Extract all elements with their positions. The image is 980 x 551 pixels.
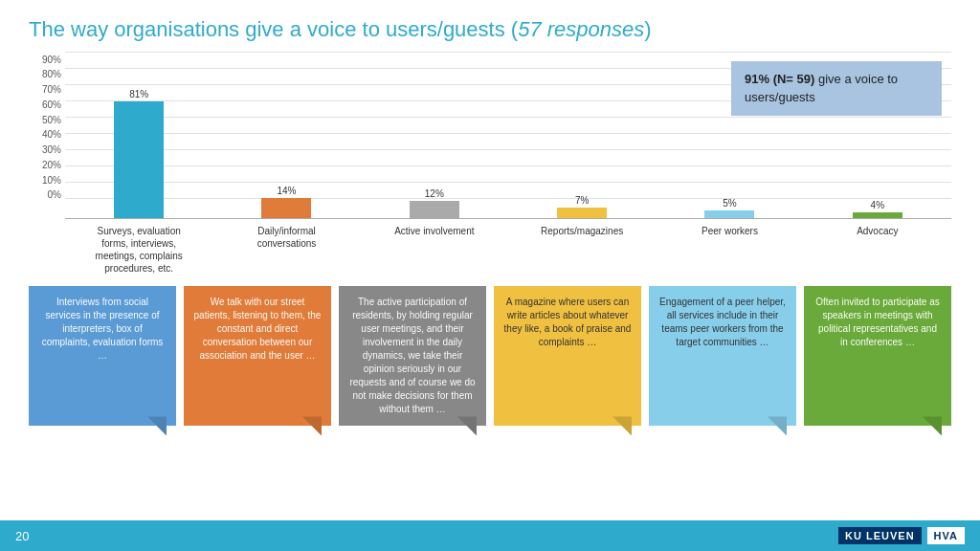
y-label-60: 60%: [29, 99, 65, 110]
y-label-40: 40%: [29, 129, 65, 140]
page-number: 20: [15, 529, 29, 543]
card-surveys: Interviews from social services in the p…: [29, 286, 176, 426]
bar-rect-peer: [704, 210, 754, 218]
y-label-30: 30%: [29, 144, 65, 155]
bar-label-12: 12%: [425, 188, 444, 199]
footer-logos: KU LEUVEN HVA: [838, 527, 965, 544]
ku-leuven-logo: KU LEUVEN: [838, 527, 922, 544]
x-label-surveys: Surveys, evaluationforms, interviews,mee…: [65, 225, 212, 275]
x-label-conversations: Daily/informalconversations: [212, 225, 360, 275]
bar-group-surveys: 81%: [65, 52, 212, 218]
bar-rect-advocacy: [853, 212, 902, 218]
bar-label-5: 5%: [723, 198, 736, 209]
card-surveys-text: Interviews from social services in the p…: [42, 297, 164, 361]
y-axis: 0% 10% 20% 30% 40% 50% 60% 70% 80% 90%: [29, 52, 65, 219]
bar-rect-reports: [557, 208, 607, 218]
card-peer: Engagement of a peer helper, all service…: [649, 286, 796, 426]
title-prefix: The way organisations give a voice to us…: [29, 17, 518, 41]
card-conversations-text: We talk with our street patients, listen…: [194, 297, 322, 361]
info-box: 91% (N= 59) give a voice to users/guests: [731, 61, 942, 115]
bar-label-14: 14%: [277, 186, 296, 196]
card-involvement-text: The active participation of residents, b…: [349, 297, 475, 414]
card-advocacy-text: Often invited to participate as speakers…: [815, 297, 940, 347]
y-label-50: 50%: [29, 115, 65, 125]
slide: The way organisations give a voice to us…: [0, 0, 980, 551]
hva-logo: HVA: [927, 527, 965, 544]
y-label-10: 10%: [29, 175, 65, 186]
bar-rect-involvement: [410, 201, 459, 218]
bar-rect-surveys: [114, 101, 164, 218]
info-box-bold: 91% (N= 59): [745, 72, 814, 86]
y-label-20: 20%: [29, 160, 65, 170]
y-label-80: 80%: [29, 69, 65, 79]
bar-group-involvement: 12%: [361, 52, 508, 218]
title-italic: 57 responses: [518, 17, 644, 41]
card-reports-text: A magazine where users can write article…: [504, 297, 632, 347]
bar-label-4: 4%: [871, 200, 884, 210]
bar-label-81: 81%: [129, 89, 148, 99]
x-labels: Surveys, evaluationforms, interviews,mee…: [65, 225, 951, 275]
x-label-peer: Peer workers: [656, 225, 803, 275]
y-label-90: 90%: [29, 55, 65, 65]
bar-label-7: 7%: [575, 195, 589, 206]
bar-group-reports: 7%: [508, 52, 656, 218]
y-label-0: 0%: [29, 189, 65, 200]
title-suffix: ): [644, 17, 651, 41]
footer: 20 KU LEUVEN HVA: [0, 520, 980, 551]
card-conversations: We talk with our street patients, listen…: [184, 286, 331, 426]
x-label-involvement: Active involvement: [361, 225, 508, 275]
bar-group-conversations: 14%: [212, 52, 360, 218]
cards-row: Interviews from social services in the p…: [29, 286, 951, 426]
x-label-advocacy: Advocacy: [804, 225, 951, 275]
y-label-70: 70%: [29, 84, 65, 95]
card-reports: A magazine where users can write article…: [494, 286, 641, 426]
card-peer-text: Engagement of a peer helper, all service…: [659, 297, 786, 347]
x-label-reports: Reports/magazines: [508, 225, 656, 275]
card-advocacy: Often invited to participate as speakers…: [804, 286, 951, 426]
card-involvement: The active participation of residents, b…: [339, 286, 486, 426]
slide-title: The way organisations give a voice to us…: [29, 17, 951, 42]
bar-rect-conversations: [261, 198, 311, 218]
